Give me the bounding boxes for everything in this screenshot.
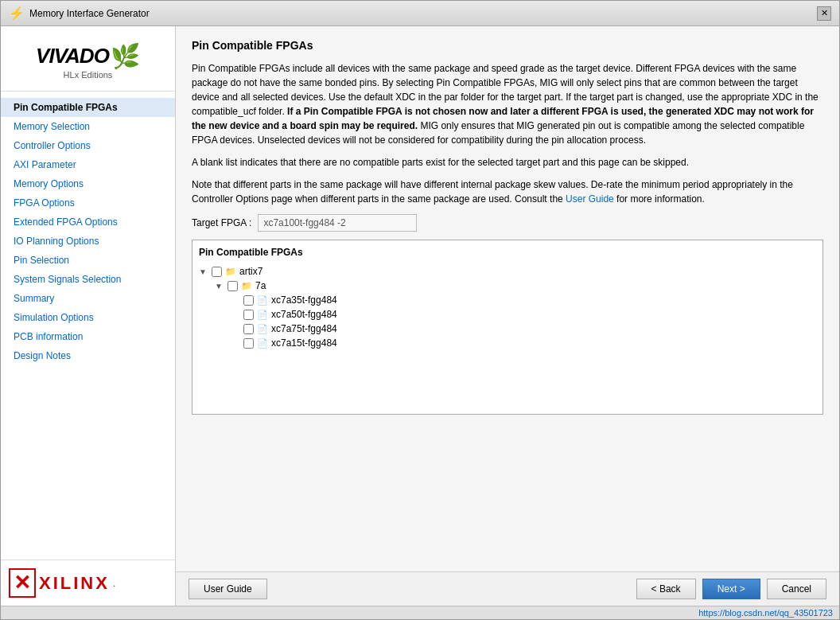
tree-checkbox-xc7a15t[interactable] [243, 338, 254, 349]
tree-label-xc7a50t: xc7a50t-fgg484 [271, 309, 337, 320]
xilinx-dot: . [113, 578, 115, 589]
tree-checkbox-7a[interactable] [228, 281, 238, 291]
description-paragraph-1: Pin Compatible FPGAs include all devices… [192, 61, 823, 147]
title-bar: ⚡ Memory Interface Generator ✕ [1, 1, 839, 26]
content-body: Pin Compatible FPGAs Pin Compatible FPGA… [176, 26, 839, 571]
back-button[interactable]: < Back [636, 579, 696, 599]
tree-label-7a: 7a [255, 280, 266, 291]
page-title: Pin Compatible FPGAs [192, 39, 823, 52]
target-fpga-row: Target FPGA : [192, 214, 823, 232]
sidebar-item-simulation-options[interactable]: Simulation Options [1, 308, 175, 327]
tree-label-artix7: artix7 [239, 266, 262, 277]
tree-label-xc7a15t: xc7a15t-fgg484 [271, 337, 337, 349]
footer-right: < Back Next > Cancel [636, 579, 826, 599]
sidebar-item-memory-options[interactable]: Memory Options [1, 174, 175, 193]
tree-panel-title: Pin Compatible FPGAs [199, 247, 816, 258]
tree-item-xc7a35t[interactable]: 📄 xc7a35t-fgg484 [231, 293, 816, 307]
sidebar-item-io-planning-options[interactable]: IO Planning Options [1, 232, 175, 251]
tree-toggle-artix7[interactable]: ▼ [199, 267, 208, 276]
tree-toggle-7a[interactable]: ▼ [215, 282, 224, 291]
close-button[interactable]: ✕ [817, 6, 831, 21]
sidebar-item-controller-options[interactable]: Controller Options [1, 136, 175, 155]
vivado-leaf-icon: 🌿 [111, 42, 140, 70]
tree-item-xc7a15t[interactable]: 📄 xc7a15t-fgg484 [231, 336, 816, 350]
sidebar-logo: VIVADO 🌿 HLx Editions [1, 26, 175, 92]
sidebar-item-memory-selection[interactable]: Memory Selection [1, 117, 175, 136]
sidebar-item-pin-compatible-fpgas[interactable]: Pin Compatible FPGAs [1, 98, 175, 117]
sidebar-item-axi-parameter[interactable]: AXI Parameter [1, 155, 175, 174]
content-area: Pin Compatible FPGAs Pin Compatible FPGA… [176, 26, 839, 606]
window-title: Memory Interface Generator [29, 8, 150, 19]
tree-item-7a[interactable]: ▼ 📁 7a [215, 279, 816, 293]
next-button[interactable]: Next > [702, 579, 760, 599]
sidebar-item-summary[interactable]: Summary [1, 289, 175, 308]
bold-warning-text: If a Pin Compatible FPGA is not chosen n… [192, 106, 814, 131]
description-paragraph-3: Note that different parts in the same pa… [192, 177, 823, 206]
tree-label-xc7a35t: xc7a35t-fgg484 [271, 294, 337, 306]
sidebar-item-fpga-options[interactable]: FPGA Options [1, 193, 175, 213]
chip-icon-xc7a50t: 📄 [257, 310, 268, 320]
sidebar-item-system-signals-selection[interactable]: System Signals Selection [1, 270, 175, 289]
hlx-editions-text: HLx Editions [36, 70, 140, 80]
description-paragraph-2: A blank list indicates that there are no… [192, 155, 823, 170]
tree-item-artix7[interactable]: ▼ 📁 artix7 [199, 264, 816, 279]
tree-checkbox-xc7a75t[interactable] [243, 324, 254, 334]
user-guide-button[interactable]: User Guide [189, 579, 267, 599]
sidebar-item-pin-selection[interactable]: Pin Selection [1, 251, 175, 270]
user-guide-link[interactable]: User Guide [566, 193, 614, 205]
tree-label-xc7a75t: xc7a75t-fgg484 [271, 323, 337, 334]
target-fpga-input[interactable] [258, 214, 417, 232]
vivado-logo-text: VIVADO [36, 44, 109, 68]
footer-left: User Guide [189, 579, 267, 599]
sidebar-nav: Pin Compatible FPGAs Memory Selection Co… [1, 92, 175, 560]
status-bar: https://blog.csdn.net/qq_43501723 [1, 606, 839, 619]
xilinx-x-icon: ✕ [9, 568, 36, 598]
folder-icon-7a: 📁 [241, 281, 252, 291]
chip-icon-xc7a75t: 📄 [257, 324, 268, 334]
tree-checkbox-artix7[interactable] [212, 267, 222, 277]
sidebar-item-extended-fpga-options[interactable]: Extended FPGA Options [1, 213, 175, 232]
sidebar-bottom: ✕ XILINX . [1, 560, 175, 606]
app-icon: ⚡ [9, 6, 25, 21]
footer-bar: User Guide < Back Next > Cancel [176, 571, 839, 606]
main-window: ⚡ Memory Interface Generator ✕ VIVADO 🌿 … [0, 0, 840, 620]
sidebar-item-pcb-information[interactable]: PCB information [1, 327, 175, 346]
folder-icon-artix7: 📁 [225, 267, 236, 277]
sidebar-item-design-notes[interactable]: Design Notes [1, 346, 175, 365]
tree-panel: Pin Compatible FPGAs ▼ 📁 artix7 ▼ 📁 7a [192, 240, 823, 415]
xilinx-logo-text: XILINX [39, 573, 110, 594]
title-bar-left: ⚡ Memory Interface Generator [9, 6, 150, 21]
tree-checkbox-xc7a35t[interactable] [243, 295, 254, 306]
chip-icon-xc7a15t: 📄 [257, 338, 268, 349]
target-fpga-label: Target FPGA : [192, 217, 251, 228]
tree-checkbox-xc7a50t[interactable] [243, 310, 254, 320]
sidebar: VIVADO 🌿 HLx Editions Pin Compatible FPG… [1, 26, 176, 606]
chip-icon-xc7a35t: 📄 [257, 295, 268, 306]
tree-item-xc7a75t[interactable]: 📄 xc7a75t-fgg484 [231, 322, 816, 336]
tree-item-xc7a50t[interactable]: 📄 xc7a50t-fgg484 [231, 307, 816, 322]
status-url: https://blog.csdn.net/qq_43501723 [698, 608, 833, 618]
cancel-button[interactable]: Cancel [767, 579, 826, 599]
main-content: VIVADO 🌿 HLx Editions Pin Compatible FPG… [1, 26, 839, 606]
